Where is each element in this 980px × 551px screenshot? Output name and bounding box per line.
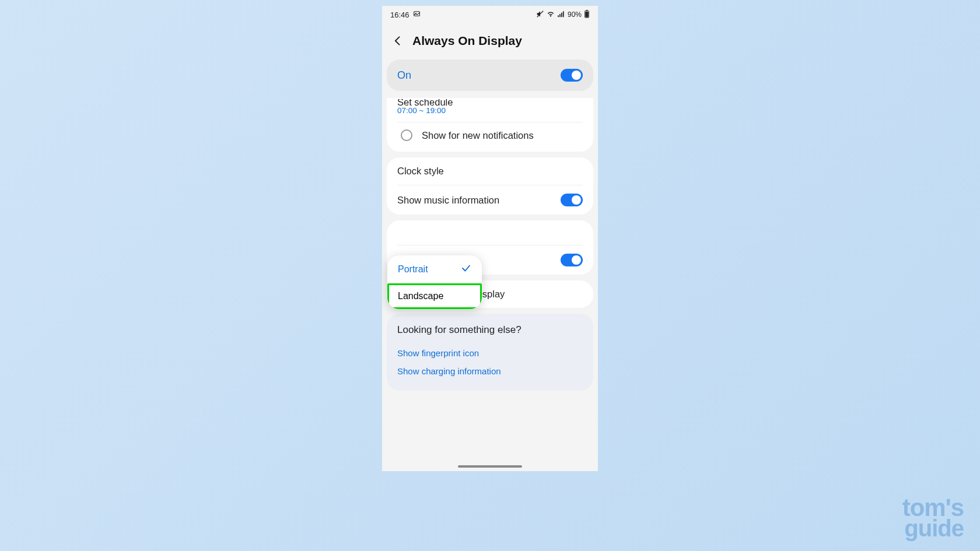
watermark-logo: tom's guide	[902, 497, 964, 538]
svg-rect-5	[561, 12, 562, 17]
svg-rect-8	[586, 10, 588, 10]
battery-text: 90%	[568, 10, 582, 19]
radio-label: Show for new notifications	[422, 130, 534, 141]
section-when-to-show: Set schedule 07:00 ~ 19:00 Show for new …	[387, 98, 593, 152]
check-icon	[461, 263, 471, 276]
master-toggle[interactable]	[561, 69, 583, 82]
set-schedule-row[interactable]: Set schedule	[387, 99, 593, 106]
footer-card: Looking for something else? Show fingerp…	[387, 314, 593, 391]
section-style: Clock style Show music information	[387, 157, 593, 215]
page-header: Always On Display	[382, 23, 598, 59]
dropdown-item-landscape[interactable]: Landscape	[387, 283, 482, 309]
signal-icon	[557, 10, 565, 20]
svg-rect-3	[558, 15, 559, 17]
battery-icon	[584, 10, 590, 20]
show-notifications-row[interactable]: Show for new notifications	[387, 122, 593, 152]
charging-link[interactable]: Show charging information	[397, 362, 583, 380]
music-info-row[interactable]: Show music information	[387, 185, 593, 215]
status-time: 16:46	[390, 10, 410, 19]
master-label: On	[397, 69, 411, 82]
phone-screen: 16:46 90% Always On Display	[382, 6, 598, 471]
radio-unchecked-icon	[401, 129, 412, 141]
status-bar: 16:46 90%	[382, 6, 598, 23]
svg-rect-6	[563, 11, 564, 17]
fingerprint-link[interactable]: Show fingerprint icon	[397, 344, 583, 362]
clock-style-row[interactable]: Clock style	[387, 157, 593, 185]
dropdown-item-portrait[interactable]: Portrait	[387, 255, 482, 283]
brightness-toggle[interactable]	[561, 254, 583, 266]
footer-title: Looking for something else?	[397, 324, 583, 336]
svg-rect-9	[585, 11, 588, 17]
wifi-icon	[547, 10, 555, 20]
screenshot-icon	[413, 10, 421, 19]
svg-rect-4	[559, 14, 561, 17]
schedule-value: 07:00 ~ 19:00	[387, 106, 593, 122]
nav-handle[interactable]	[458, 465, 522, 468]
music-toggle[interactable]	[561, 194, 583, 206]
orientation-dropdown: Portrait Landscape	[387, 255, 482, 309]
master-toggle-row[interactable]: On	[387, 59, 593, 91]
back-button[interactable]	[391, 34, 404, 47]
mute-icon	[536, 10, 544, 20]
page-title: Always On Display	[412, 34, 522, 48]
